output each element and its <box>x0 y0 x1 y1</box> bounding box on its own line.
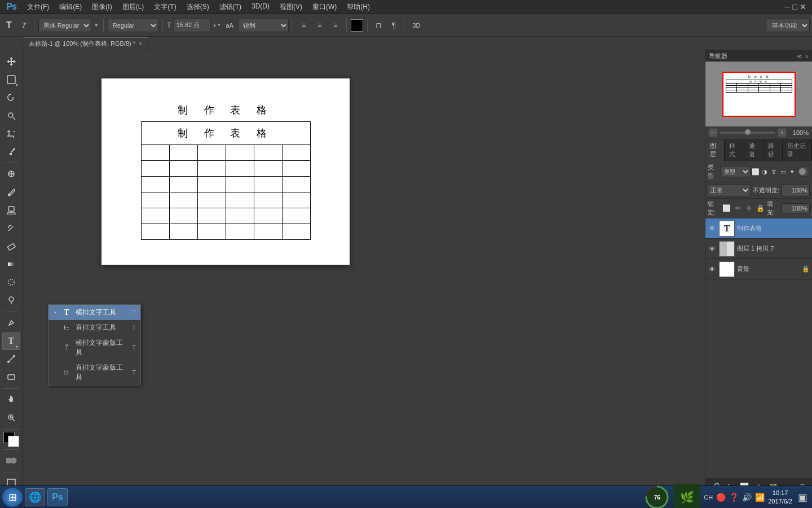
menu-help[interactable]: 帮助(H) <box>342 1 374 13</box>
filter-toggle[interactable] <box>797 167 810 177</box>
layer-eye-text[interactable]: 👁 <box>708 224 717 233</box>
panel-tab-channels[interactable]: 通道 <box>744 139 764 161</box>
text-color-swatch[interactable] <box>351 19 363 32</box>
type-tool[interactable]: T ▶ <box>2 332 20 350</box>
ctx-item-vertical-mask[interactable]: IT̈ 直排文字蒙版工具 T <box>48 360 140 385</box>
filter-shape-icon[interactable]: ▭ <box>779 167 787 176</box>
character-paragraph-btn[interactable]: ¶ <box>388 17 400 33</box>
filter-smart-icon[interactable]: ✦ <box>788 167 796 176</box>
healing-brush-tool[interactable] <box>2 165 20 183</box>
anti-alias-select[interactable]: 锐利 <box>238 19 289 32</box>
eraser-tool[interactable] <box>2 238 20 255</box>
layer-eye-bg[interactable]: 👁 <box>708 265 717 274</box>
tray-network-icon[interactable]: 📶 <box>755 493 765 502</box>
menu-view[interactable]: 视图(V) <box>275 1 307 13</box>
window-maximize[interactable]: □ <box>793 2 797 11</box>
doc-tab-close[interactable]: × <box>139 41 142 47</box>
move-tool[interactable] <box>2 52 20 70</box>
lock-all-icon[interactable]: 🔒 <box>756 203 765 213</box>
layer-item-bg[interactable]: 👁 背景 🔒 <box>705 259 812 279</box>
hand-tool[interactable] <box>2 391 20 409</box>
filter-adj-icon[interactable]: ◑ <box>761 167 769 176</box>
menu-window[interactable]: 窗口(W) <box>308 1 341 13</box>
lock-position-icon[interactable]: ✛ <box>744 203 753 213</box>
warp-text-btn[interactable]: ⊓ <box>372 17 386 33</box>
ctx-item-vertical-type[interactable]: IT 直排文字工具 T <box>48 320 140 335</box>
canvas-area[interactable]: 制 作 表 格 制 作 表 格 • T 横排文字工具 T IT 直排文字工具 T <box>23 50 705 494</box>
lasso-tool[interactable] <box>2 89 20 106</box>
pen-tool[interactable] <box>2 314 20 332</box>
type-tool-btn[interactable]: T <box>2 17 16 33</box>
align-center-btn[interactable]: ≡ <box>313 19 326 32</box>
fill-input[interactable] <box>782 203 810 213</box>
lock-transparent-icon[interactable]: ⬜ <box>722 203 731 213</box>
dodge-tool[interactable] <box>2 292 20 309</box>
tray-icon-2[interactable]: ❓ <box>729 493 739 502</box>
font-family-select[interactable]: 黑体 Regular <box>38 19 91 32</box>
taskbar-start-btn[interactable]: ⊞ <box>2 488 23 507</box>
menu-image[interactable]: 图像(I) <box>87 1 116 13</box>
threed-btn[interactable]: 3D <box>408 17 424 33</box>
circular-progress[interactable]: 76 % <box>644 484 670 509</box>
color-swatch[interactable] <box>3 432 19 447</box>
taskbar-ps-btn[interactable]: Ps <box>47 488 68 506</box>
blur-tool[interactable] <box>2 274 20 291</box>
menu-layer[interactable]: 图层(L) <box>118 1 149 13</box>
menu-filter[interactable]: 滤镜(T) <box>215 1 246 13</box>
panel-tab-paths[interactable]: 路径 <box>764 139 783 161</box>
opacity-input[interactable] <box>782 184 810 196</box>
align-left-btn[interactable]: ≡ <box>297 19 311 32</box>
stamp-tool[interactable] <box>2 202 20 219</box>
layer-item-pattern[interactable]: 👁 图层 1 拷贝 7 <box>705 239 812 259</box>
filter-type-icon[interactable]: T <box>770 167 778 176</box>
menu-select[interactable]: 选择(S) <box>182 1 214 13</box>
lock-brush-icon[interactable]: ✏ <box>734 203 743 213</box>
brush-tool[interactable] <box>2 183 20 201</box>
menu-3d[interactable]: 3D(D) <box>247 1 274 13</box>
blend-mode-select[interactable]: 正常 <box>708 184 751 196</box>
taskbar-show-desktop[interactable]: ▣ <box>796 491 810 503</box>
panel-tab-history[interactable]: 历史记录 <box>783 139 812 161</box>
menu-edit[interactable]: 编辑(E) <box>55 1 86 13</box>
selection-tool[interactable]: ▶ <box>2 71 20 88</box>
window-minimize[interactable]: ─ <box>785 2 791 11</box>
font-style-select[interactable]: Regular <box>108 19 158 32</box>
history-brush-tool[interactable] <box>2 220 20 237</box>
type-vertical-btn[interactable]: 𝑇 <box>18 17 30 33</box>
ad-banner[interactable]: 🌿 <box>673 484 700 509</box>
gradient-tool[interactable] <box>2 256 20 273</box>
window-close[interactable]: ✕ <box>800 2 806 11</box>
panel-tab-layers[interactable]: 图层 <box>705 139 725 161</box>
doc-tab-active[interactable]: 未标题-1 @ 100% (制作表格, RGB/8) * × <box>23 37 148 50</box>
ctx-item-horizontal-type[interactable]: • T 横排文字工具 T <box>48 305 140 320</box>
font-size-input[interactable] <box>174 19 210 32</box>
menu-file[interactable]: 文件(F) <box>23 1 54 13</box>
menu-text[interactable]: 文字(T) <box>149 1 180 13</box>
tray-icon-1[interactable]: 🔴 <box>716 493 726 502</box>
navigator-menu[interactable]: ≡ <box>805 53 809 59</box>
crop-tool[interactable] <box>2 125 20 142</box>
zoom-tool[interactable] <box>2 409 20 427</box>
layer-thumb-grid <box>720 242 734 256</box>
quick-select-tool[interactable] <box>2 107 20 124</box>
tray-icon-3[interactable]: 🔊 <box>742 493 752 502</box>
nav-zoom-out[interactable]: − <box>709 128 718 137</box>
nav-zoom-in[interactable]: + <box>778 128 787 137</box>
ctx-item-horizontal-mask[interactable]: T̈ 横排文字蒙版工具 T <box>48 335 140 360</box>
shape-tool[interactable] <box>2 369 20 386</box>
navigator-collapse[interactable]: ≪ <box>796 53 802 59</box>
taskbar-browser-btn[interactable]: 🌐 <box>25 488 45 506</box>
eyedropper-tool[interactable] <box>2 143 20 160</box>
nav-zoom-slider[interactable] <box>720 132 775 134</box>
layer-item-text[interactable]: 👁 T 制作表格 <box>705 218 812 239</box>
quick-mask-btn[interactable] <box>2 452 20 470</box>
filter-type-select[interactable]: 类型 <box>720 166 751 177</box>
panel-tab-styles[interactable]: 样式 <box>725 139 744 161</box>
filter-pixel-icon[interactable]: ⬜ <box>752 167 760 176</box>
align-right-btn[interactable]: ≡ <box>329 19 342 32</box>
path-select-tool[interactable] <box>2 351 20 368</box>
workspace-select[interactable]: 基本功能 <box>766 19 810 32</box>
taskbar-clock[interactable]: 10:17 2017/6/2 <box>768 489 792 505</box>
background-color[interactable] <box>8 436 19 447</box>
layer-eye-pattern[interactable]: 👁 <box>708 244 717 253</box>
